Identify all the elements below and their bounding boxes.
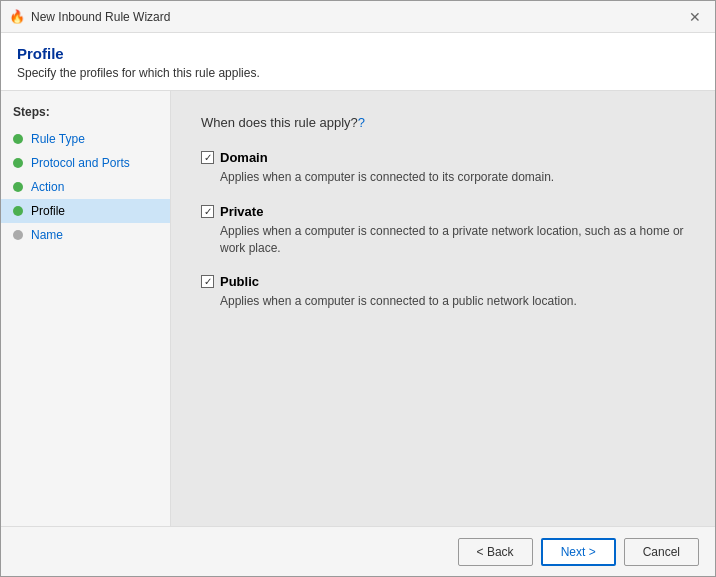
sidebar-item-profile[interactable]: Profile	[1, 199, 170, 223]
help-link[interactable]: ?	[358, 115, 365, 130]
private-option-header: Private	[201, 204, 685, 219]
page-subtitle: Specify the profiles for which this rule…	[17, 66, 699, 80]
sidebar-item-label-profile: Profile	[31, 204, 65, 218]
header-section: Profile Specify the profiles for which t…	[1, 33, 715, 91]
title-bar: 🔥 New Inbound Rule Wizard ✕	[1, 1, 715, 33]
step-dot-protocol-ports	[13, 158, 23, 168]
footer: < Back Next > Cancel	[1, 526, 715, 576]
domain-option-group: Domain Applies when a computer is connec…	[201, 150, 685, 186]
private-description: Applies when a computer is connected to …	[220, 223, 685, 257]
sidebar-item-action[interactable]: Action	[1, 175, 170, 199]
public-description: Applies when a computer is connected to …	[220, 293, 685, 310]
private-option-group: Private Applies when a computer is conne…	[201, 204, 685, 257]
domain-option-header: Domain	[201, 150, 685, 165]
window-title: New Inbound Rule Wizard	[31, 10, 683, 24]
main-content: When does this rule apply?? Domain Appli…	[171, 91, 715, 526]
sidebar: Steps: Rule Type Protocol and Ports Acti…	[1, 91, 171, 526]
domain-label: Domain	[220, 150, 268, 165]
sidebar-item-name[interactable]: Name	[1, 223, 170, 247]
public-checkbox[interactable]	[201, 275, 214, 288]
steps-label: Steps:	[1, 101, 170, 127]
page-title: Profile	[17, 45, 699, 62]
back-button[interactable]: < Back	[458, 538, 533, 566]
sidebar-item-label-action: Action	[31, 180, 64, 194]
wizard-window: 🔥 New Inbound Rule Wizard ✕ Profile Spec…	[0, 0, 716, 577]
app-icon: 🔥	[9, 9, 25, 25]
private-label: Private	[220, 204, 263, 219]
close-button[interactable]: ✕	[683, 5, 707, 29]
domain-description: Applies when a computer is connected to …	[220, 169, 685, 186]
private-checkbox[interactable]	[201, 205, 214, 218]
sidebar-item-label-rule-type: Rule Type	[31, 132, 85, 146]
question-text: When does this rule apply??	[201, 115, 685, 130]
sidebar-item-rule-type[interactable]: Rule Type	[1, 127, 170, 151]
next-button[interactable]: Next >	[541, 538, 616, 566]
step-dot-rule-type	[13, 134, 23, 144]
public-option-group: Public Applies when a computer is connec…	[201, 274, 685, 310]
step-dot-action	[13, 182, 23, 192]
sidebar-item-label-protocol-ports: Protocol and Ports	[31, 156, 130, 170]
sidebar-item-label-name: Name	[31, 228, 63, 242]
sidebar-item-protocol-ports[interactable]: Protocol and Ports	[1, 151, 170, 175]
content-area: Steps: Rule Type Protocol and Ports Acti…	[1, 91, 715, 526]
domain-checkbox[interactable]	[201, 151, 214, 164]
step-dot-name	[13, 230, 23, 240]
public-option-header: Public	[201, 274, 685, 289]
step-dot-profile	[13, 206, 23, 216]
cancel-button[interactable]: Cancel	[624, 538, 699, 566]
public-label: Public	[220, 274, 259, 289]
